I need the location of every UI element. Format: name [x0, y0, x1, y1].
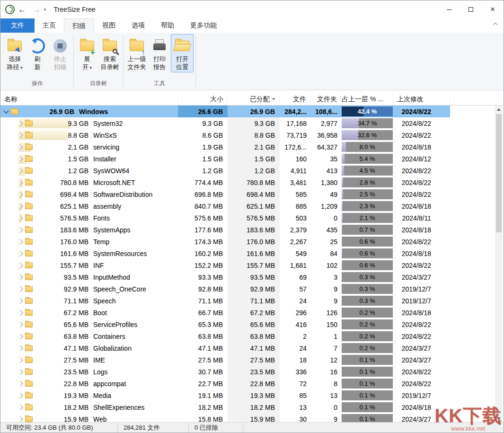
- table-row[interactable]: 576.5 MBFonts575.6 MB576.5 MB50302.1 %20…: [0, 212, 450, 224]
- chevron-down-icon[interactable]: [3, 108, 9, 113]
- stop-scan-button[interactable]: 停止扫描: [49, 34, 71, 72]
- column-header-3[interactable]: 文件: [280, 93, 310, 105]
- chevron-right-icon[interactable]: [18, 381, 23, 386]
- column-label: 已分配: [250, 95, 270, 104]
- refresh-button[interactable]: 刷新: [26, 34, 49, 72]
- folder-icon: [25, 416, 33, 422]
- column-header-6[interactable]: 上次修改: [393, 93, 450, 105]
- chevron-right-icon[interactable]: [18, 357, 23, 362]
- tab-help[interactable]: 帮助: [153, 18, 182, 33]
- table-row[interactable]: 65.6 MBServiceProfiles65.3 MB65.6 MB4161…: [0, 318, 450, 330]
- table-row[interactable]: 93.5 MBInputMethod93.3 MB93.5 MB6930.3 %…: [0, 271, 450, 283]
- forward-icon[interactable]: →: [33, 6, 41, 14]
- select-path-button[interactable]: 选择路径 ▾: [3, 34, 26, 73]
- nav-dropdown-icon[interactable]: ▾: [44, 7, 46, 12]
- tab-file[interactable]: 文件: [0, 18, 35, 33]
- app-window: ← → ▾ TreeSize Free × 文件主页扫描视图选项帮助更多功能 选…: [0, 0, 504, 433]
- ribbon-group-1: +展开 ▾搜索目录树目录树: [76, 34, 121, 90]
- folder-name: servicing: [93, 143, 119, 151]
- folder-icon: [25, 133, 33, 138]
- files-cell: 17,168: [280, 117, 310, 129]
- allocated-cell: 780.8 MB: [228, 177, 280, 188]
- chevron-right-icon[interactable]: [18, 405, 23, 410]
- table-row[interactable]: 8.8 GBWinSxS8.6 GB8.8 GB73,71936,95832.6…: [0, 129, 450, 141]
- close-button[interactable]: ×: [482, 0, 504, 18]
- table-header: 名称大小已分配文件文件夹占上一层 % ...上次修改: [0, 93, 504, 106]
- scroll-down-button[interactable]: [495, 415, 503, 422]
- allocated-cell: 71.1 MB: [228, 295, 280, 307]
- percent-value: 0.2 %: [359, 345, 375, 352]
- print-report-button[interactable]: 打印报告: [148, 34, 171, 72]
- table-row[interactable]: 26.9 GBWindows26.6 GB26.9 GB284,2...108,…: [0, 106, 450, 117]
- open-location-button[interactable]: 打开位置: [171, 34, 194, 72]
- column-header-0[interactable]: 名称: [0, 93, 178, 105]
- table-row[interactable]: 176.0 MBTemp174.3 MB176.0 MB2,267250.6 %…: [0, 236, 450, 247]
- chevron-right-icon[interactable]: [18, 310, 23, 315]
- tab-view[interactable]: 视图: [94, 18, 124, 33]
- collapse-ribbon-button[interactable]: [494, 23, 497, 27]
- chevron-right-icon[interactable]: [18, 286, 23, 292]
- tab-options[interactable]: 选项: [124, 18, 153, 33]
- percent-value: 0.6 %: [359, 238, 375, 245]
- tab-scan[interactable]: 扫描: [64, 18, 94, 33]
- table-row[interactable]: 22.8 MBappcompat22.7 MB22.8 MB7280.1 %20…: [0, 378, 450, 389]
- folders-cell: 49: [310, 188, 341, 200]
- expand-button[interactable]: +展开 ▾: [76, 34, 98, 73]
- table-row[interactable]: 625.1 MBassembly840.7 MB625.1 MB8851,209…: [0, 200, 450, 212]
- chevron-right-icon[interactable]: [18, 345, 23, 351]
- table-row[interactable]: 698.4 MBSoftwareDistribution696.8 MB698.…: [0, 188, 450, 200]
- chevron-right-icon[interactable]: [18, 393, 23, 398]
- table-row[interactable]: 9.3 GBSystem329.3 GB9.3 GB17,1682,97734.…: [0, 117, 450, 129]
- table-row[interactable]: 18.2 MBShellExperiences18.2 MB18.2 MB130…: [0, 401, 450, 413]
- table-row[interactable]: 780.8 MBMicrosoft.NET774.4 MB780.8 MB3,4…: [0, 177, 450, 188]
- button-label: 目录树: [101, 63, 119, 71]
- table-row[interactable]: 47.1 MBGlobalization47.1 MB47.1 MB2470.2…: [0, 342, 450, 354]
- folder-search-icon: [100, 37, 119, 55]
- name-cell: 65.6 MBServiceProfiles: [0, 318, 178, 330]
- percent-bar: 2.5 %: [342, 189, 393, 199]
- column-header-2[interactable]: 已分配: [228, 93, 280, 105]
- maximize-button[interactable]: [460, 0, 482, 18]
- table-row[interactable]: 27.5 MBIME27.5 MB27.5 MB18120.1 %2024/3/…: [0, 354, 450, 366]
- chevron-right-icon[interactable]: [18, 298, 23, 303]
- vertical-scrollbar[interactable]: [495, 106, 503, 422]
- modified-cell: 2019/12/7: [393, 283, 450, 295]
- table-row[interactable]: 161.6 MBSystemResources160.2 MB161.6 MB5…: [0, 247, 450, 259]
- table-row[interactable]: 67.2 MBBoot66.7 MB67.2 MB2961260.2 %2024…: [0, 307, 450, 318]
- minimize-button[interactable]: [438, 0, 460, 18]
- tab-home[interactable]: 主页: [35, 18, 64, 33]
- table-row[interactable]: 19.3 MBMedia19.1 MB19.3 MB85130.1 %2019/…: [0, 389, 450, 401]
- name-cell: 27.5 MBIME: [0, 354, 178, 366]
- folders-cell: 2,977: [310, 117, 341, 129]
- folder-icon: [25, 192, 33, 197]
- chevron-right-icon[interactable]: [18, 416, 23, 422]
- percent-bar: 2.3 %: [342, 201, 393, 211]
- parent-folder-button[interactable]: ↑上一级文件夹: [125, 34, 148, 72]
- chevron-right-icon[interactable]: [18, 322, 23, 327]
- scrollbar-thumb[interactable]: [496, 114, 502, 232]
- table-row[interactable]: 71.1 MBSpeech71.1 MB71.1 MB2490.3 %2019/…: [0, 295, 450, 307]
- table-row[interactable]: 183.6 MBSystemApps177.6 MB183.6 MB2,3794…: [0, 224, 450, 236]
- table-row[interactable]: 15.9 MBWeb15.8 MB15.9 MB3090.1 %2024/3/2…: [0, 413, 450, 423]
- column-header-5[interactable]: 占上一层 % ...: [341, 93, 393, 105]
- percent-cell: 0.1 %: [341, 413, 393, 423]
- table-row[interactable]: 1.5 GBInstaller1.5 GB1.5 GB160355.4 %202…: [0, 153, 450, 165]
- chevron-right-icon[interactable]: [18, 334, 23, 339]
- table-row[interactable]: 155.7 MBINF152.2 MB155.7 MB1,6811020.6 %…: [0, 259, 450, 271]
- table-row[interactable]: 1.2 GBSysWOW641.2 GB1.2 GB4,9114134.5 %2…: [0, 165, 450, 177]
- table-row[interactable]: 63.8 MBContainers63.8 MB63.8 MB210.2 %20…: [0, 330, 450, 342]
- table-row[interactable]: 2.1 GBservicing1.9 GB2.1 GB172,6...64,32…: [0, 141, 450, 153]
- column-header-1[interactable]: 大小: [178, 93, 228, 105]
- allocated-cell: 67.2 MB: [228, 307, 280, 318]
- percent-bar: 0.6 %: [342, 248, 393, 258]
- scroll-up-button[interactable]: [495, 106, 503, 113]
- back-icon[interactable]: ←: [18, 6, 26, 14]
- chevron-right-icon[interactable]: [18, 274, 23, 280]
- folder-icon: [25, 298, 33, 304]
- search-tree-button[interactable]: 搜索目录树: [98, 34, 121, 72]
- tab-more-features[interactable]: 更多功能: [182, 18, 225, 33]
- chevron-right-icon[interactable]: [18, 369, 23, 374]
- table-row[interactable]: 23.5 MBLogs30.7 MB23.5 MB336160.1 %2024/…: [0, 366, 450, 378]
- column-header-4[interactable]: 文件夹: [310, 93, 341, 105]
- table-row[interactable]: 92.9 MBSpeech_OneCore92.8 MB92.9 MB5790.…: [0, 283, 450, 295]
